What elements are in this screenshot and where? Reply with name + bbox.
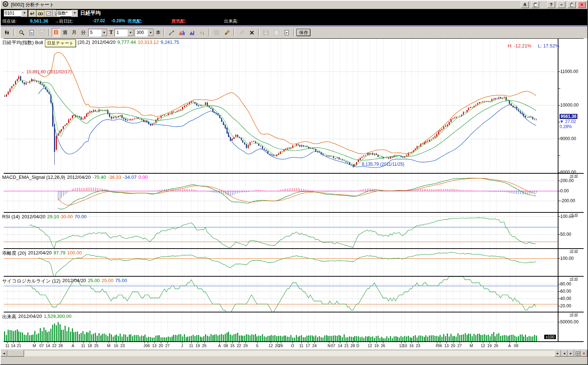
indicator-histogram-icon[interactable] <box>177 28 186 37</box>
panel-close-button[interactable]: × <box>574 313 577 316</box>
help-button[interactable]: ? <box>547 1 555 8</box>
kairi-panel-header: 乖離度 (20) 2012/04/20 97.79 100.00 <box>2 250 82 257</box>
svg-text:P: P <box>286 31 288 35</box>
memo-button[interactable] <box>45 10 53 17</box>
x-axis-tick-label: 25 <box>92 343 101 348</box>
prev-diff-pct: -0.28% <box>111 18 125 23</box>
y-axis-label: 50000.00 <box>560 319 579 324</box>
chart-canvas[interactable] <box>1 38 587 350</box>
new-page-icon[interactable]: D <box>27 28 36 37</box>
rsi-title: RSI (14) <box>2 214 20 219</box>
interval-select[interactable]: 5 ▼ <box>88 29 108 36</box>
panel-close-button[interactable]: × <box>574 277 577 281</box>
updown-arrows-icon[interactable]: ↑↓ <box>197 28 207 37</box>
y-axis-label: 80.00 <box>560 281 571 287</box>
horizontal-scrollbar: ◄ ► ◄ ► × <box>1 350 587 357</box>
page-right-button[interactable]: ► <box>568 350 574 357</box>
macd-date: 2012/04/20 <box>67 174 91 180</box>
panel-minimize-button[interactable]: − <box>569 313 573 316</box>
kairi-title: 乖離度 (20) <box>2 250 26 257</box>
x-axis-tick-label: 29 <box>241 343 250 348</box>
period-day-button[interactable]: 日 <box>52 28 60 37</box>
psychological-value: 25.00 <box>88 278 100 284</box>
minimize-button[interactable]: − <box>557 1 565 8</box>
x-axis-tick-label: S <box>252 343 262 348</box>
x-axis-tick-label: 27 <box>455 343 464 348</box>
code-dropdown-button[interactable]: ▼ <box>21 10 28 17</box>
panel-close-button[interactable]: × <box>574 213 577 217</box>
panel-close-button[interactable]: × <box>574 174 577 178</box>
restore-button[interactable] <box>568 1 576 8</box>
psychological-title: サイコロジカルライン (12) <box>2 278 61 284</box>
y-axis-label: 9000.00 <box>560 136 576 141</box>
chart-toolbar: D R 日 週 月 分 5 ▼ T 1 ▼ 300 ▼ 本 <box>1 27 587 38</box>
panel-close-button[interactable]: × <box>581 350 587 357</box>
pencil-icon[interactable] <box>222 28 232 37</box>
y-axis-label: 11000.00 <box>560 69 578 74</box>
period-month-button[interactable]: 月 <box>70 28 78 37</box>
psychological-panel-header: サイコロジカルライン (12) 2012/04/20 25.00 25.00 7… <box>2 278 127 284</box>
bid-label: 買気配: <box>171 18 186 24</box>
svg-text:R: R <box>4 3 7 6</box>
y-axis-label: 60.00 <box>560 289 571 294</box>
chevron-down-icon[interactable]: ▼ <box>101 29 107 36</box>
save-template-icon[interactable]: ▼ <box>262 28 271 37</box>
volume-histogram-icon[interactable] <box>187 28 197 37</box>
period-week-button[interactable]: 週 <box>61 28 69 37</box>
app-logo-icon: R <box>2 1 9 8</box>
t-label: T <box>109 30 113 35</box>
code-input[interactable] <box>4 10 23 16</box>
x-axis-tick-label: 28 <box>56 343 65 348</box>
eraser-icon[interactable] <box>237 28 246 37</box>
page-left-button[interactable]: ◄ <box>561 350 568 357</box>
panel-minimize-button[interactable]: − <box>569 277 573 281</box>
scrollbar-thumb[interactable] <box>7 350 24 357</box>
binoculars-button[interactable] <box>36 10 45 17</box>
scroll-right-button[interactable]: ► <box>554 350 561 357</box>
scrollbar-track[interactable] <box>24 350 554 356</box>
trendline-icon[interactable] <box>167 28 176 37</box>
panel-minimize-button[interactable]: − <box>569 174 573 178</box>
category-dropdown-button[interactable]: ▼ <box>71 10 78 17</box>
grid-icon[interactable] <box>212 28 221 37</box>
chevron-down-icon[interactable]: ▼ <box>127 29 134 36</box>
page-copy-icon[interactable] <box>272 28 281 37</box>
volume-title: 出来高 <box>2 314 16 320</box>
ask-label: 売気配: <box>128 18 142 24</box>
close-button[interactable]: × <box>578 1 586 8</box>
y-axis-label: 100.00 <box>560 256 574 261</box>
x-axis-tick-label: 09 <box>511 343 521 348</box>
bars2-value: 300 <box>135 30 147 35</box>
y-axis-label: 10000.00 <box>560 103 579 108</box>
copy-window-button[interactable] <box>531 1 539 8</box>
svg-text:D: D <box>31 31 33 35</box>
enter-button[interactable]: ↵ <box>28 10 36 17</box>
rsi-upper-threshold: 70.00 <box>75 214 87 219</box>
category-select[interactable]: 指数* <box>56 10 73 16</box>
high-annotation: ← 10,891.60 (2011/02/17) <box>21 69 71 74</box>
period-minute-button[interactable]: 分 <box>79 28 88 37</box>
bars1-select[interactable]: 1 ▼ <box>115 29 134 36</box>
font-button[interactable]: A <box>521 1 529 8</box>
delete-x-icon[interactable] <box>247 28 256 37</box>
main-title: 日経平均(指数) Boll <box>2 39 43 47</box>
candlestick-chart-icon[interactable] <box>2 28 12 37</box>
x-axis-tick-label: D <box>353 343 363 348</box>
panel-close-button[interactable]: × <box>574 249 577 253</box>
window-title: [5002] 分析チャート <box>11 1 54 8</box>
zoom-icon[interactable] <box>17 28 26 37</box>
chevron-down-icon[interactable]: ▼ <box>147 29 154 36</box>
panel-minimize-button[interactable]: − <box>569 249 573 253</box>
scroll-left-button[interactable]: ◄ <box>1 350 7 357</box>
macd-value: -70.40 <box>93 174 106 180</box>
y-axis-label: -200.00 <box>560 198 575 203</box>
panel-minimize-button[interactable]: − <box>569 213 573 217</box>
page-r-icon[interactable]: R <box>37 28 47 37</box>
bars2-select[interactable]: 300 ▼ <box>135 29 154 36</box>
layout-grid-button[interactable] <box>574 350 581 357</box>
page-paste-icon[interactable]: P <box>282 28 291 37</box>
kairi-baseline: 100.00 <box>67 250 82 257</box>
save-button[interactable]: 保存 <box>297 29 310 36</box>
x-axis-tick-label: 27 <box>163 343 172 348</box>
current-price-value: 9,561.36 <box>30 18 49 24</box>
